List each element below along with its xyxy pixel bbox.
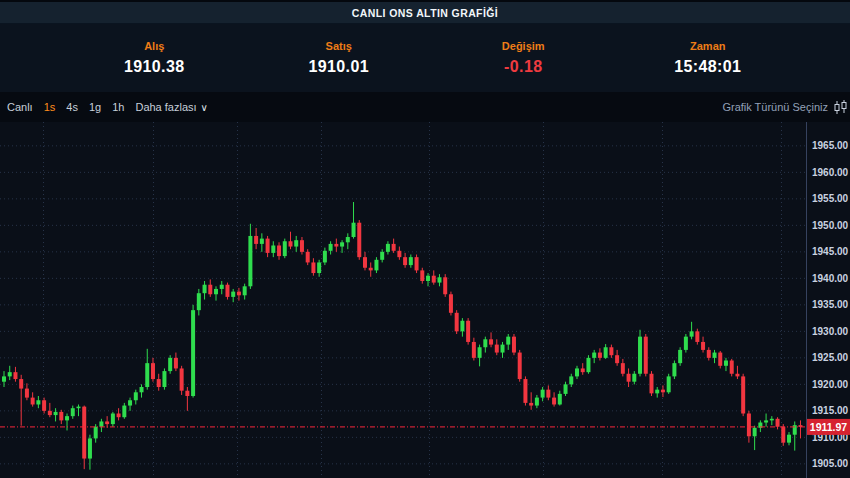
candle — [403, 253, 407, 268]
candle — [701, 337, 705, 353]
candle — [598, 348, 602, 360]
candle — [71, 406, 75, 419]
toolbar-item-1g[interactable]: 1g — [88, 99, 102, 115]
candle — [122, 403, 126, 419]
candle — [707, 347, 711, 360]
candle — [225, 283, 229, 300]
candle — [518, 350, 522, 382]
candle — [798, 420, 802, 438]
chevron-down-icon: ∨ — [201, 102, 208, 113]
candle — [266, 236, 270, 257]
candle — [208, 279, 212, 296]
quote-panel: Alış1910.38Satış1910.01Değişim-0.18Zaman… — [0, 24, 850, 92]
candle — [197, 289, 201, 316]
candle — [36, 396, 40, 408]
candle — [489, 332, 493, 347]
candle — [392, 239, 396, 253]
candle — [667, 374, 671, 394]
candle — [432, 270, 436, 284]
candle — [621, 359, 625, 376]
candle — [25, 383, 29, 400]
chart-area[interactable]: 1965.001960.001955.001950.001945.001940.… — [0, 122, 850, 478]
candle — [741, 374, 745, 416]
candle — [787, 432, 791, 445]
candle — [82, 406, 86, 470]
chart-type-selector[interactable]: Grafik Türünü Seçiniz — [722, 92, 848, 122]
candle — [260, 233, 264, 252]
candle — [289, 232, 293, 249]
candle — [460, 318, 464, 337]
candle — [564, 382, 568, 396]
candle — [214, 286, 218, 300]
candle — [294, 236, 298, 252]
candle — [552, 392, 556, 406]
candle — [271, 241, 275, 257]
candle — [128, 398, 132, 411]
candle — [174, 353, 178, 372]
candle — [334, 239, 338, 252]
candle — [231, 289, 235, 302]
quote-label: Değişim — [502, 40, 545, 52]
candle — [546, 385, 550, 400]
candle — [535, 395, 539, 408]
quote-field-sat: Satış1910.01 — [247, 24, 432, 92]
candle — [311, 258, 315, 275]
candle — [352, 202, 356, 239]
candlestick-chart[interactable]: 1965.001960.001955.001950.001945.001940.… — [0, 122, 850, 478]
candle — [323, 248, 327, 265]
candle — [105, 416, 109, 428]
candle — [684, 334, 688, 353]
candle — [718, 351, 722, 368]
toolbar-item-canl-[interactable]: Canlı — [6, 99, 34, 115]
toolbar-item-1h[interactable]: 1h — [111, 99, 125, 115]
candle — [753, 426, 757, 450]
candle — [283, 239, 287, 259]
chart-type-label[interactable]: Grafik Türünü Seçiniz — [722, 101, 828, 113]
candle — [495, 339, 499, 355]
candle — [575, 366, 579, 379]
candle — [31, 392, 35, 406]
axis-tick-label: 1965.00 — [812, 140, 849, 151]
candle — [8, 366, 12, 380]
candle — [466, 318, 470, 345]
candle — [501, 342, 505, 358]
timeframe-group: Canlı1s4s1g1hDaha fazlası∨ — [6, 99, 218, 115]
axis-tick-label: 1905.00 — [812, 458, 849, 469]
candle — [649, 371, 653, 396]
candle — [472, 338, 476, 361]
candle — [168, 355, 172, 374]
candle — [770, 416, 774, 425]
toolbar-item-daha-fazlas-[interactable]: Daha fazlası∨ — [134, 99, 208, 115]
candle — [678, 347, 682, 366]
candle — [661, 385, 665, 397]
candle — [340, 240, 344, 253]
axis-tick-label: 1940.00 — [812, 273, 849, 284]
candle — [409, 255, 413, 268]
candle — [655, 387, 659, 398]
title-bar: CANLI ONS ALTIN GRAFİĞİ — [0, 0, 850, 24]
candle — [695, 329, 699, 345]
toolbar: Canlı1s4s1g1hDaha fazlası∨ Grafik Türünü… — [0, 92, 850, 122]
candle — [443, 274, 447, 297]
quote-value: -0.18 — [504, 58, 542, 76]
candle — [157, 374, 161, 391]
candle — [690, 322, 694, 339]
candle — [220, 281, 224, 294]
candlestick-icon[interactable] — [833, 100, 848, 115]
candle — [203, 281, 207, 300]
candle — [65, 414, 69, 431]
candle — [426, 273, 430, 286]
candle — [13, 367, 17, 382]
candle — [42, 398, 46, 414]
candle — [386, 241, 390, 254]
candle — [248, 224, 252, 289]
candle — [478, 345, 482, 367]
toolbar-item-4s[interactable]: 4s — [65, 99, 79, 115]
candle — [724, 358, 728, 371]
toolbar-item-1s[interactable]: 1s — [43, 99, 57, 115]
candle — [317, 260, 321, 277]
candle — [306, 249, 310, 265]
candle — [415, 255, 419, 274]
axis-tick-label: 1955.00 — [812, 193, 849, 204]
quote-value: 1910.38 — [124, 58, 185, 76]
